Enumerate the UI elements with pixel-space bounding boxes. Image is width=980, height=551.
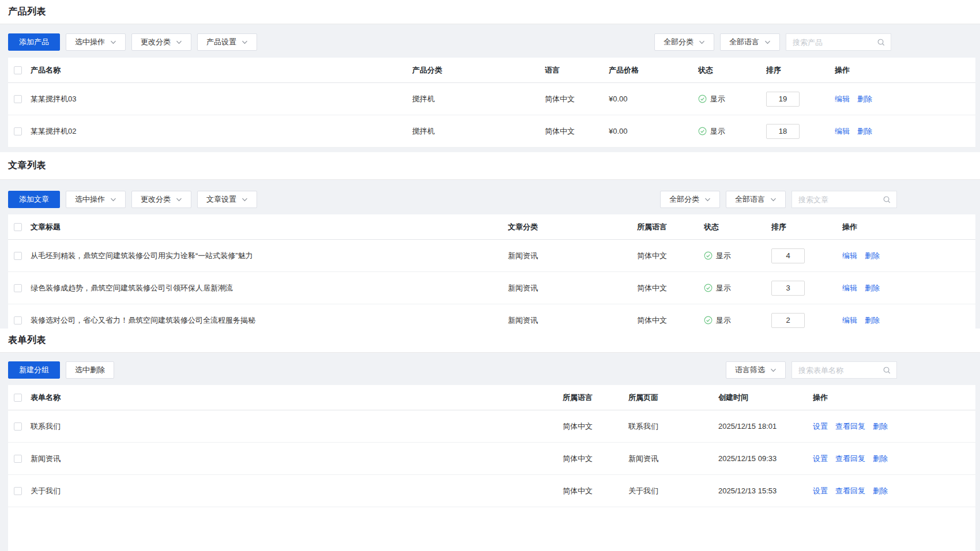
search-input[interactable] (792, 195, 881, 204)
sort-cell (766, 92, 835, 107)
row-name-cell: 某某搅拌机03 (8, 94, 412, 104)
table-header-row: 产品名称产品分类语言产品价格状态排序操作 (8, 58, 975, 83)
header-name-cell: 表单名称 (8, 393, 563, 403)
dropdown-button[interactable]: 更改分类 (131, 33, 191, 51)
column-header: 产品分类 (412, 65, 545, 76)
action-link[interactable]: 删除 (873, 454, 888, 463)
action-link[interactable]: 编辑 (835, 127, 850, 135)
row-checkbox[interactable] (14, 95, 22, 103)
status-label: 显示 (716, 251, 731, 261)
row-checkbox[interactable] (14, 316, 22, 324)
action-link[interactable]: 删除 (873, 486, 888, 495)
table-row: 装修选对公司，省心又省力！鼎筑空间建筑装修公司全流程服务揭秘新闻资讯简体中文显示… (8, 304, 975, 329)
language-cell: 简体中文 (563, 454, 628, 464)
add-button[interactable]: 添加产品 (8, 33, 60, 51)
chevron-down-icon (704, 197, 711, 203)
filter-dropdown[interactable]: 全部分类 (660, 191, 720, 208)
action-link[interactable]: 设置 (813, 486, 828, 495)
card-filler (8, 507, 975, 551)
action-link[interactable]: 编辑 (835, 95, 850, 103)
filter-label: 全部语言 (729, 37, 759, 47)
status-badge: 显示 (704, 283, 766, 293)
add-button[interactable]: 添加文章 (8, 191, 60, 208)
column-header: 产品名称 (31, 65, 61, 76)
language-cell: 简体中文 (545, 126, 609, 137)
action-link[interactable]: 设置 (813, 454, 828, 463)
sort-input[interactable] (771, 281, 805, 296)
row-checkbox[interactable] (14, 127, 22, 135)
search-input[interactable] (786, 38, 876, 47)
actions-cell: 设置查看回复删除 (813, 421, 975, 432)
dropdown-button[interactable]: 选中操作 (66, 33, 126, 51)
action-link[interactable]: 查看回复 (835, 486, 865, 495)
sort-input[interactable] (771, 313, 805, 328)
row-checkbox[interactable] (14, 252, 22, 260)
action-link[interactable]: 删除 (865, 251, 880, 260)
dropdown-button[interactable]: 选中操作 (66, 191, 126, 208)
sort-cell (771, 313, 842, 328)
toolbar: 添加文章选中操作更改分类文章设置全部分类全部语言 (0, 180, 980, 208)
filter-label: 语言筛选 (735, 365, 765, 375)
row-checkbox[interactable] (14, 284, 22, 292)
sort-input[interactable] (766, 124, 800, 139)
action-link[interactable]: 删除 (857, 95, 872, 103)
row-title-text: 装修选对公司，省心又省力！鼎筑空间建筑装修公司全流程服务揭秘 (31, 315, 255, 326)
status-label: 显示 (716, 315, 731, 326)
language-cell: 简体中文 (637, 283, 704, 293)
table-header-row: 表单名称所属语言所属页面创建时间操作 (8, 385, 975, 410)
category-cell: 新闻资讯 (508, 283, 637, 293)
search-icon[interactable] (881, 195, 896, 204)
column-header: 状态 (698, 65, 766, 76)
section-title: 产品列表 (8, 6, 46, 18)
search-icon[interactable] (881, 366, 896, 375)
header-name-cell: 文章标题 (8, 222, 508, 232)
actions-cell: 编辑删除 (835, 126, 975, 137)
search-box (786, 33, 891, 51)
action-link[interactable]: 删除 (865, 316, 880, 324)
table-row: 联系我们简体中文联系我们2025/12/15 18:01设置查看回复删除 (8, 410, 975, 443)
chevron-down-icon (764, 39, 771, 46)
row-title-text: 关于我们 (31, 486, 61, 496)
filter-dropdown[interactable]: 语言筛选 (726, 361, 786, 379)
dropdown-button[interactable]: 产品设置 (197, 33, 257, 51)
search-icon[interactable] (876, 38, 891, 47)
status-label: 显示 (716, 283, 731, 293)
action-link[interactable]: 设置 (813, 422, 828, 431)
action-link[interactable]: 编辑 (842, 284, 857, 292)
price-cell: ¥0.00 (609, 127, 698, 135)
check-circle-icon (704, 251, 716, 260)
select-all-checkbox[interactable] (14, 394, 22, 402)
select-all-checkbox[interactable] (14, 223, 22, 231)
row-checkbox[interactable] (14, 455, 22, 463)
row-title-text: 从毛坯到精装，鼎筑空间建筑装修公司用实力诠释“一站式装修”魅力 (31, 251, 253, 261)
filter-dropdown[interactable]: 全部语言 (726, 191, 786, 208)
filter-dropdown[interactable]: 全部语言 (720, 33, 780, 51)
sort-input[interactable] (771, 248, 805, 263)
action-link[interactable]: 查看回复 (835, 422, 865, 431)
action-link[interactable]: 删除 (865, 284, 880, 292)
sort-input[interactable] (766, 92, 800, 107)
select-all-checkbox[interactable] (14, 66, 22, 74)
page-cell: 联系我们 (628, 421, 718, 432)
action-link[interactable]: 查看回复 (835, 454, 865, 463)
created-cell: 2025/12/15 18:01 (718, 422, 813, 431)
plain-button[interactable]: 选中删除 (66, 361, 114, 379)
action-link[interactable]: 删除 (873, 422, 888, 431)
page-cell: 新闻资讯 (628, 454, 718, 464)
row-title-text: 新闻资讯 (31, 454, 61, 464)
status-cell: 显示 (704, 251, 771, 261)
dropdown-button[interactable]: 文章设置 (197, 191, 257, 208)
add-button[interactable]: 新建分组 (8, 361, 60, 379)
row-checkbox[interactable] (14, 487, 22, 495)
column-header: 操作 (835, 65, 975, 76)
search-input[interactable] (792, 366, 881, 375)
status-badge: 显示 (704, 315, 766, 326)
row-checkbox[interactable] (14, 422, 22, 431)
status-badge: 显示 (698, 126, 760, 137)
section-title-band: 文章列表 (0, 152, 980, 180)
dropdown-button[interactable]: 更改分类 (131, 191, 191, 208)
action-link[interactable]: 删除 (857, 127, 872, 135)
action-link[interactable]: 编辑 (842, 316, 857, 324)
filter-dropdown[interactable]: 全部分类 (654, 33, 714, 51)
action-link[interactable]: 编辑 (842, 251, 857, 260)
